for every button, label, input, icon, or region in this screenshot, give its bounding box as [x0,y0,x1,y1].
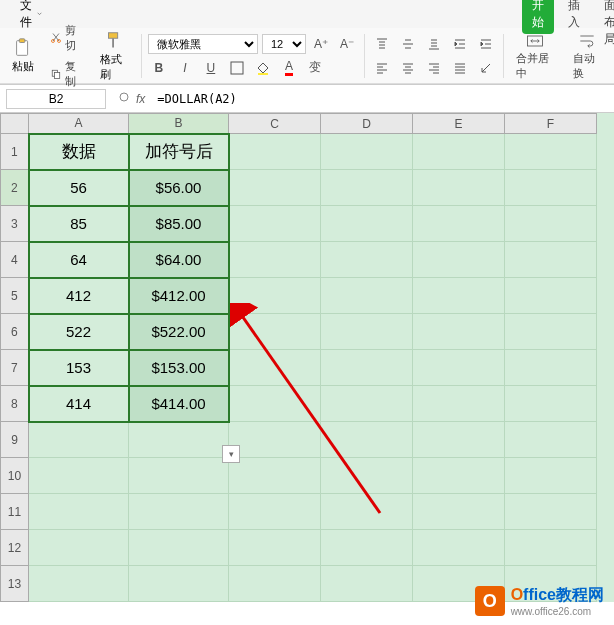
cell[interactable] [413,530,505,566]
decrease-indent-icon[interactable] [449,33,471,55]
row-header[interactable]: 13 [1,566,29,602]
cell-a3[interactable]: 85 [29,206,129,242]
cut-button[interactable]: 剪切 [46,21,88,55]
col-header-d[interactable]: D [321,114,413,134]
align-bottom-icon[interactable] [423,33,445,55]
underline-button[interactable]: U [200,57,222,79]
italic-button[interactable]: I [174,57,196,79]
row-header[interactable]: 3 [1,206,29,242]
cell-b5[interactable]: $412.00 [129,278,229,314]
cell[interactable] [229,314,321,350]
increase-font-icon[interactable]: A⁺ [310,33,332,55]
cell[interactable] [413,170,505,206]
cell[interactable] [29,458,129,494]
name-box[interactable] [6,89,106,109]
row-header[interactable]: 4 [1,242,29,278]
cell-b3[interactable]: $85.00 [129,206,229,242]
align-right-icon[interactable] [423,57,445,79]
cell[interactable] [413,458,505,494]
cell[interactable] [229,206,321,242]
select-all-corner[interactable] [1,114,29,134]
cell[interactable] [229,278,321,314]
col-header-e[interactable]: E [413,114,505,134]
cell-a8[interactable]: 414 [29,386,129,422]
cell[interactable] [505,278,597,314]
row-header[interactable]: 12 [1,530,29,566]
cell[interactable] [505,134,597,170]
cell[interactable] [413,314,505,350]
cell[interactable] [321,530,413,566]
cell[interactable] [129,458,229,494]
cell[interactable] [321,206,413,242]
cell-a4[interactable]: 64 [29,242,129,278]
cell[interactable] [29,422,129,458]
cell-b7[interactable]: $153.00 [129,350,229,386]
cell[interactable] [229,494,321,530]
cell[interactable] [413,494,505,530]
cell[interactable] [321,314,413,350]
cell[interactable] [505,422,597,458]
spreadsheet-grid[interactable]: A B C D E F 1 数据 加符号后 256$56.00 385$85.0… [0,113,614,602]
cell[interactable] [505,530,597,566]
cell[interactable] [413,278,505,314]
cell[interactable] [229,422,321,458]
cell[interactable] [321,458,413,494]
cell[interactable] [321,422,413,458]
row-header[interactable]: 9 [1,422,29,458]
wrap-text-button[interactable]: 自动换 [567,29,608,83]
cell[interactable] [321,278,413,314]
fx-icon[interactable]: fx [136,92,145,106]
cell-a1[interactable]: 数据 [29,134,129,170]
align-left-icon[interactable] [371,57,393,79]
align-middle-icon[interactable] [397,33,419,55]
col-header-f[interactable]: F [505,114,597,134]
cell[interactable] [229,530,321,566]
cell[interactable] [505,350,597,386]
dropdown-icon[interactable] [118,91,130,106]
bold-button[interactable]: B [148,57,170,79]
row-header[interactable]: 2 [1,170,29,206]
cell-b8[interactable]: $414.00 [129,386,229,422]
cell[interactable] [229,350,321,386]
increase-indent-icon[interactable] [475,33,497,55]
format-painter-button[interactable]: 格式刷 [94,28,135,84]
cell[interactable] [321,350,413,386]
cell-a7[interactable]: 153 [29,350,129,386]
cell[interactable] [29,494,129,530]
cell[interactable] [229,566,321,602]
cell[interactable] [229,386,321,422]
cell[interactable] [413,386,505,422]
file-menu[interactable]: 文件 [14,0,48,33]
cell[interactable] [413,350,505,386]
cell[interactable] [129,494,229,530]
row-header[interactable]: 11 [1,494,29,530]
cell[interactable] [413,422,505,458]
copy-button[interactable]: 复制 [46,57,88,91]
cell[interactable] [321,134,413,170]
cell[interactable] [129,422,229,458]
orientation-icon[interactable] [475,57,497,79]
cell[interactable] [29,530,129,566]
cell-b1[interactable]: 加符号后 [129,134,229,170]
cell[interactable] [321,242,413,278]
cell[interactable] [229,170,321,206]
phonetic-button[interactable]: 变 [304,57,326,79]
cell[interactable] [29,566,129,602]
align-top-icon[interactable] [371,33,393,55]
autofill-options-icon[interactable]: ▾ [222,445,240,463]
cell[interactable] [413,206,505,242]
cell[interactable] [505,458,597,494]
cell[interactable] [229,458,321,494]
row-header[interactable]: 1 [1,134,29,170]
cell[interactable] [129,566,229,602]
cell[interactable] [229,134,321,170]
cell-a6[interactable]: 522 [29,314,129,350]
cell[interactable] [321,170,413,206]
justify-icon[interactable] [449,57,471,79]
col-header-a[interactable]: A [29,114,129,134]
col-header-b[interactable]: B [129,114,229,134]
cell[interactable] [505,314,597,350]
cell[interactable] [505,242,597,278]
row-header[interactable]: 5 [1,278,29,314]
cell[interactable] [505,494,597,530]
